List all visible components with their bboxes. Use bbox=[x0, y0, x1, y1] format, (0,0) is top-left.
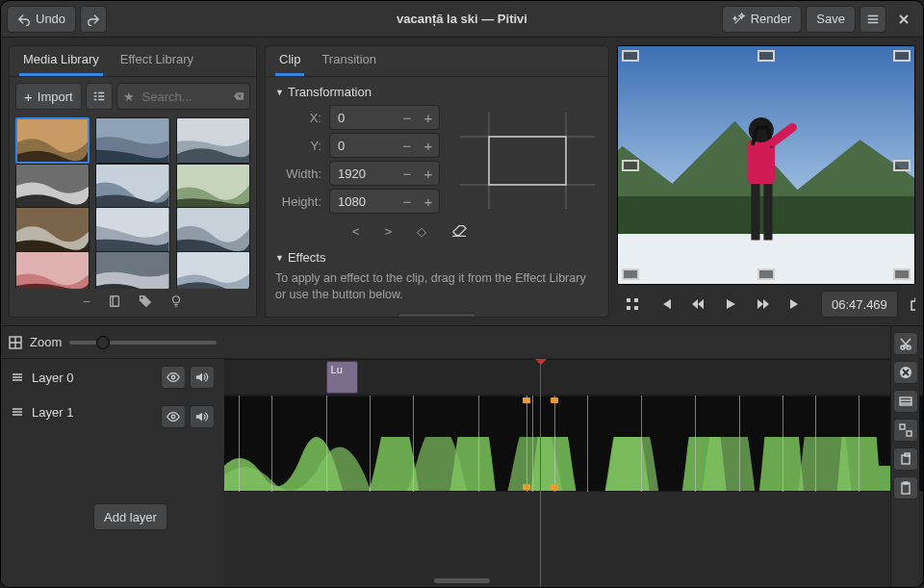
effects-section[interactable]: ▼ Effects bbox=[275, 250, 599, 265]
save-button[interactable]: Save bbox=[806, 6, 856, 33]
search-field[interactable]: ★ bbox=[116, 83, 250, 110]
viewer-handle-br[interactable] bbox=[893, 268, 911, 280]
media-thumb[interactable] bbox=[15, 117, 90, 164]
goto-start-button[interactable] bbox=[619, 291, 646, 318]
field-width[interactable]: 1920 − + bbox=[329, 161, 440, 186]
remove-media-icon[interactable]: − bbox=[83, 294, 90, 309]
media-thumb[interactable] bbox=[15, 251, 90, 290]
tab-media-library[interactable]: Media Library bbox=[19, 46, 103, 76]
copy-tool[interactable] bbox=[893, 447, 918, 471]
media-thumb[interactable] bbox=[176, 251, 250, 290]
svg-point-32 bbox=[171, 375, 175, 379]
paste-tool[interactable] bbox=[893, 476, 918, 499]
add-effect-button[interactable]: Add Effect bbox=[398, 313, 476, 318]
render-button[interactable]: Render bbox=[722, 6, 803, 33]
media-thumb[interactable] bbox=[95, 251, 169, 290]
transformation-section[interactable]: ▼ Transformation bbox=[275, 85, 599, 99]
upper-area: Media Library Effect Library + Import ★ bbox=[1, 38, 923, 326]
layer-audio-toggle[interactable] bbox=[190, 405, 215, 428]
import-button[interactable]: + Import bbox=[15, 83, 82, 110]
media-thumb[interactable] bbox=[95, 207, 169, 253]
field-y[interactable]: 0 − + bbox=[329, 133, 440, 158]
timeline-clip[interactable]: Lu bbox=[326, 361, 359, 394]
media-thumb[interactable] bbox=[15, 207, 90, 253]
add-layer-button[interactable]: Add layer bbox=[93, 503, 167, 530]
group-tool[interactable] bbox=[893, 390, 918, 413]
viewer-handle-tc[interactable] bbox=[757, 50, 775, 62]
menu-icon bbox=[866, 13, 880, 26]
media-library-panel: Media Library Effect Library + Import ★ bbox=[9, 45, 257, 318]
kf-erase-icon[interactable] bbox=[451, 224, 467, 239]
plus-icon: + bbox=[24, 89, 33, 105]
layer-audio-toggle[interactable] bbox=[190, 366, 215, 389]
media-thumb[interactable] bbox=[15, 164, 90, 210]
viewer-handle-tr[interactable] bbox=[893, 50, 911, 62]
skip-back-button[interactable] bbox=[652, 291, 679, 318]
media-thumb[interactable] bbox=[176, 207, 250, 253]
resize-handle[interactable] bbox=[434, 578, 490, 583]
svg-point-33 bbox=[171, 415, 175, 419]
forward-button[interactable] bbox=[750, 291, 777, 318]
split-tool[interactable] bbox=[893, 332, 918, 355]
search-input[interactable] bbox=[141, 89, 228, 105]
media-thumb[interactable] bbox=[95, 164, 169, 210]
increment-button[interactable]: + bbox=[418, 110, 439, 126]
transform-gizmo[interactable] bbox=[460, 113, 595, 209]
delete-tool[interactable] bbox=[893, 361, 918, 384]
star-icon: ★ bbox=[123, 89, 135, 104]
close-button[interactable] bbox=[890, 6, 917, 33]
increment-button[interactable]: + bbox=[418, 138, 439, 154]
layer-header-1[interactable]: Layer 1 bbox=[1, 396, 224, 492]
tag-icon[interactable] bbox=[139, 294, 152, 309]
undo-button[interactable]: Undo bbox=[7, 6, 76, 33]
media-thumb[interactable] bbox=[176, 164, 250, 210]
video-viewer[interactable] bbox=[617, 45, 915, 285]
kf-toggle[interactable]: ◇ bbox=[417, 224, 426, 239]
increment-button[interactable]: + bbox=[418, 166, 439, 182]
layer-visible-toggle[interactable] bbox=[161, 405, 186, 428]
layer-header-0[interactable]: Layer 0 bbox=[1, 359, 224, 396]
decrement-button[interactable]: − bbox=[397, 138, 418, 154]
decrement-button[interactable]: − bbox=[397, 110, 418, 126]
tab-clip[interactable]: Clip bbox=[275, 46, 304, 76]
clip-props-icon[interactable] bbox=[108, 294, 121, 309]
media-thumb[interactable] bbox=[176, 117, 250, 164]
svg-rect-29 bbox=[634, 306, 638, 310]
kf-next[interactable]: > bbox=[385, 224, 393, 239]
increment-button[interactable]: + bbox=[418, 193, 439, 210]
svg-rect-38 bbox=[900, 424, 905, 429]
decrement-button[interactable]: − bbox=[397, 166, 418, 182]
zoom-slider[interactable] bbox=[69, 341, 217, 345]
media-thumb[interactable] bbox=[95, 117, 169, 164]
tab-effect-library[interactable]: Effect Library bbox=[116, 46, 197, 76]
tab-transition[interactable]: Transition bbox=[318, 46, 380, 76]
backspace-icon[interactable] bbox=[234, 90, 244, 102]
view-list-button[interactable] bbox=[86, 83, 113, 110]
play-button[interactable] bbox=[717, 291, 744, 318]
skip-fwd-button[interactable] bbox=[783, 291, 809, 318]
menu-button[interactable] bbox=[860, 6, 886, 33]
field-height[interactable]: 1080 − + bbox=[329, 189, 440, 214]
timeline-toolbar bbox=[890, 326, 919, 587]
detach-button[interactable] bbox=[904, 291, 915, 318]
track-canvas[interactable]: Lu bbox=[224, 359, 923, 587]
rewind-button[interactable] bbox=[684, 291, 711, 318]
layer-visible-toggle[interactable] bbox=[161, 366, 186, 389]
decrement-button[interactable]: − bbox=[397, 193, 418, 210]
close-icon bbox=[898, 13, 910, 25]
ungroup-tool[interactable] bbox=[893, 419, 918, 442]
redo-button[interactable] bbox=[80, 6, 107, 33]
viewer-handle-tl[interactable] bbox=[622, 50, 639, 62]
playhead[interactable] bbox=[540, 359, 541, 587]
viewer-handle-ml[interactable] bbox=[622, 160, 639, 171]
viewer-handle-mr[interactable] bbox=[893, 160, 911, 171]
viewer-handle-bc[interactable] bbox=[757, 268, 775, 280]
bulb-icon[interactable] bbox=[169, 294, 183, 309]
field-x[interactable]: 0 − + bbox=[329, 105, 440, 130]
viewer-panel: 06:47.469 bbox=[617, 45, 915, 318]
kf-prev[interactable]: < bbox=[352, 224, 360, 239]
timecode[interactable]: 06:47.469 bbox=[821, 291, 898, 318]
zoom-knob[interactable] bbox=[96, 336, 110, 349]
expander-icon: ▼ bbox=[275, 253, 284, 263]
viewer-handle-bl[interactable] bbox=[622, 268, 639, 280]
